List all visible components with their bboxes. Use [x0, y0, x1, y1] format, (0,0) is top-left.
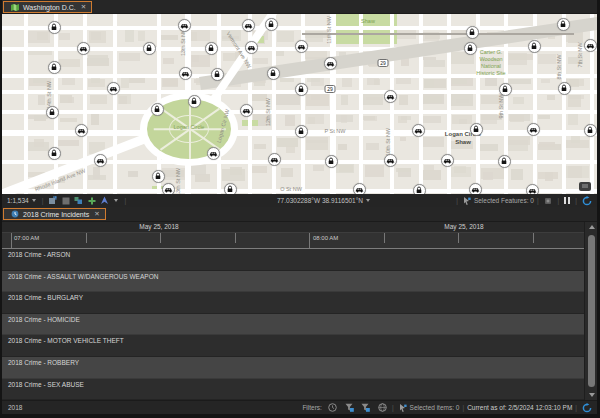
lock-marker-icon[interactable] — [48, 147, 61, 160]
lock-marker-icon[interactable] — [211, 68, 224, 81]
building-block — [162, 168, 185, 180]
car-marker-icon[interactable] — [94, 154, 107, 167]
street-label: Shaw — [361, 18, 375, 24]
chevron-down-icon[interactable] — [366, 199, 370, 202]
timeline-tick — [384, 233, 385, 243]
car-marker-icon[interactable] — [584, 39, 597, 52]
scroll-up-button[interactable] — [585, 222, 598, 232]
street — [113, 14, 117, 194]
map-scale-value[interactable]: 1:1,534 — [7, 197, 29, 204]
map-canvas[interactable]: 292914th St NW13th St NWVermont Ave NW11… — [2, 14, 597, 194]
layers-icon[interactable] — [74, 196, 84, 206]
timeline-row[interactable]: 2018 Crime - HOMICIDE — [2, 314, 584, 336]
chevron-down-icon[interactable] — [114, 199, 118, 202]
lock-marker-icon[interactable] — [295, 83, 308, 96]
car-marker-icon[interactable] — [412, 124, 425, 137]
car-marker-icon[interactable] — [441, 154, 454, 167]
tab-washington-dc[interactable]: Washington D.C. ✕ — [3, 1, 92, 13]
car-marker-icon[interactable] — [77, 42, 90, 55]
building-block — [88, 79, 106, 87]
car-marker-icon[interactable] — [384, 90, 397, 103]
lock-marker-icon[interactable] — [464, 42, 477, 55]
lock-marker-icon[interactable] — [151, 103, 164, 116]
pause-drawing-icon[interactable] — [564, 197, 570, 204]
timeline-date-label: May 25, 2018 — [139, 223, 178, 230]
car-marker-icon[interactable] — [240, 104, 253, 117]
car-marker-icon[interactable] — [324, 57, 337, 70]
refresh-icon[interactable] — [582, 196, 592, 206]
lock-marker-icon[interactable] — [48, 61, 61, 74]
separator: | — [462, 404, 464, 411]
refresh-icon[interactable] — [582, 403, 592, 413]
select-cursor-icon[interactable] — [398, 403, 408, 413]
lock-marker-icon[interactable] — [498, 155, 511, 168]
snapping-icon[interactable] — [543, 196, 553, 206]
car-marker-icon[interactable] — [242, 19, 255, 32]
lock-marker-icon[interactable] — [557, 18, 570, 31]
lock-marker-icon[interactable] — [584, 124, 597, 137]
lock-marker-icon[interactable] — [466, 26, 479, 39]
scrollbar-thumb[interactable] — [588, 235, 595, 387]
lock-marker-icon[interactable] — [267, 67, 280, 80]
select-cursor-icon[interactable] — [462, 196, 472, 206]
lock-marker-icon[interactable] — [413, 184, 426, 195]
car-marker-icon[interactable] — [526, 184, 539, 195]
timeline-row[interactable]: 2018 Crime - ROBBERY — [2, 357, 584, 379]
car-marker-icon[interactable] — [527, 123, 540, 136]
car-marker-icon[interactable] — [295, 40, 308, 53]
building-block — [547, 95, 554, 100]
lock-marker-icon[interactable] — [46, 106, 59, 119]
range-filter-icon[interactable] — [361, 403, 371, 413]
car-marker-icon[interactable] — [107, 82, 120, 95]
lock-marker-icon[interactable] — [558, 82, 571, 95]
car-marker-icon[interactable] — [207, 147, 220, 160]
street-label: National — [481, 63, 501, 69]
lock-marker-icon[interactable] — [224, 183, 237, 195]
lock-marker-icon[interactable] — [143, 42, 156, 55]
lock-marker-icon[interactable] — [528, 40, 541, 53]
car-marker-icon[interactable] — [353, 183, 366, 195]
attribute-filter-icon[interactable] — [344, 403, 354, 413]
time-filter-icon[interactable] — [328, 403, 338, 413]
lock-marker-icon[interactable] — [325, 155, 338, 168]
chevron-down-icon[interactable] — [32, 199, 36, 202]
close-icon[interactable]: ✕ — [94, 210, 99, 218]
street-label: Historic Site — [476, 70, 505, 76]
timeline-row[interactable]: 2018 Crime - ARSON — [2, 249, 584, 271]
scroll-down-button[interactable] — [585, 390, 598, 400]
map-overview-control[interactable] — [579, 182, 591, 191]
lock-marker-icon[interactable] — [499, 83, 512, 96]
lock-marker-icon[interactable] — [205, 42, 218, 55]
car-marker-icon[interactable] — [179, 67, 192, 80]
tab-2018-crime-incidents[interactable]: 2018 Crime Incidents ✕ — [3, 208, 106, 220]
building-block — [58, 140, 79, 146]
coordinates-display[interactable]: 77.0302288°W 38.9116501°N — [277, 197, 373, 204]
car-marker-icon[interactable] — [469, 183, 482, 195]
car-marker-icon[interactable] — [75, 124, 88, 137]
lock-marker-icon[interactable] — [48, 21, 61, 34]
car-marker-icon[interactable] — [384, 154, 397, 167]
add-data-icon[interactable] — [48, 196, 58, 206]
timeline-row[interactable]: 2018 Crime - BURGLARY — [2, 292, 584, 314]
filters-label: Filters: — [302, 404, 322, 411]
timeline-time-ruler[interactable]: 07:00 AM08:00 AM — [2, 233, 584, 249]
timeline-tick — [309, 233, 310, 248]
timeline-row[interactable]: 2018 Crime - MOTOR VEHICLE THEFT — [2, 335, 584, 357]
lock-marker-icon[interactable] — [295, 125, 308, 138]
add-feature-icon[interactable] — [87, 196, 97, 206]
lock-marker-icon[interactable] — [188, 95, 201, 108]
lock-marker-icon[interactable] — [152, 170, 165, 183]
timeline-row[interactable]: 2018 Crime - SEX ABUSE — [2, 379, 584, 400]
car-marker-icon[interactable] — [268, 153, 281, 166]
lock-marker-icon[interactable] — [470, 123, 483, 136]
basemap-icon[interactable] — [61, 196, 71, 206]
lock-marker-icon[interactable] — [265, 18, 278, 31]
timeline-row[interactable]: 2018 Crime - ASSAULT W/DANGEROUS WEAPON — [2, 271, 584, 293]
close-icon[interactable]: ✕ — [81, 3, 86, 11]
navigate-icon[interactable] — [100, 196, 110, 206]
car-marker-icon[interactable] — [245, 41, 258, 54]
spatial-filter-icon[interactable] — [377, 403, 387, 413]
car-marker-icon[interactable] — [178, 19, 191, 32]
car-marker-icon[interactable] — [162, 183, 175, 195]
timeline-scrollbar[interactable] — [584, 222, 597, 400]
